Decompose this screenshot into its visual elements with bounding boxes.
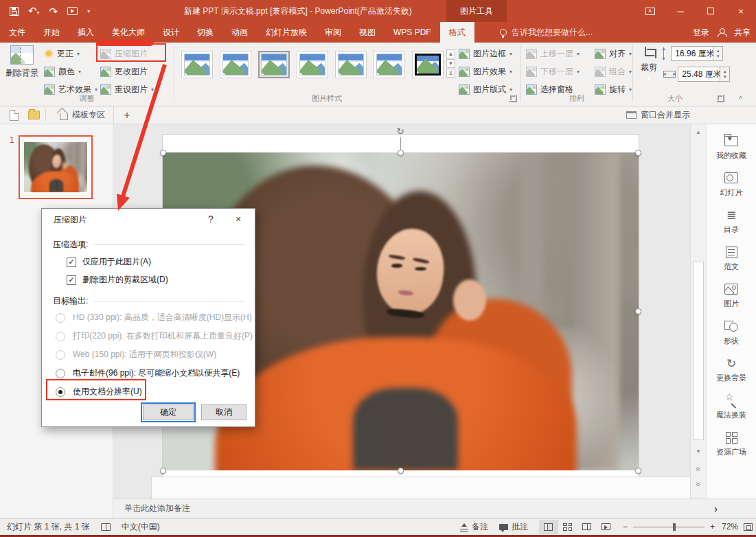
shape-width-field[interactable]: 25.48 厘米 ▲▼ <box>663 67 730 82</box>
checkbox-checked-icon[interactable]: ✓ <box>67 275 76 285</box>
zoom-percentage[interactable]: 72% <box>715 522 738 532</box>
picture-style-4[interactable] <box>297 51 328 78</box>
corrections-button[interactable]: 更正▾ <box>44 46 80 61</box>
send-backward-button[interactable]: 下移一层▾ <box>526 64 580 79</box>
normal-view-button[interactable] <box>539 520 558 534</box>
resize-handle-bottom-right[interactable] <box>635 468 641 474</box>
styles-scroll-up-button[interactable]: ▲ <box>446 49 455 58</box>
bring-forward-button[interactable]: 上移一层▾ <box>526 46 580 61</box>
align-button[interactable]: 对齐▾ <box>595 46 632 61</box>
qat-dropdown-icon[interactable]: ▾ <box>87 8 90 14</box>
resize-handle-bottom-center[interactable] <box>398 468 404 474</box>
shape-height-field[interactable]: 16.96 厘米 ▲▼ <box>663 46 723 61</box>
styles-more-button[interactable]: ⊻ <box>446 69 455 78</box>
fit-to-window-icon[interactable] <box>744 523 753 531</box>
resize-handle-top-right[interactable] <box>635 150 641 156</box>
styles-dialog-launcher[interactable] <box>509 95 517 102</box>
resize-handle-middle-right[interactable] <box>635 308 641 315</box>
minimize-button[interactable]: ─ <box>665 0 696 22</box>
scroll-down-button[interactable]: ▼ <box>693 446 704 457</box>
login-button[interactable]: 登录 <box>693 27 709 38</box>
sidebar-item-magic-outfit[interactable]: 魔法换装 <box>707 389 756 424</box>
next-slide-button[interactable]: » <box>693 479 704 490</box>
spellcheck-icon[interactable] <box>101 523 111 531</box>
sidebar-item-catalog[interactable]: ≣ 目录 <box>707 204 756 239</box>
save-icon[interactable] <box>10 7 19 16</box>
start-slideshow-icon[interactable] <box>67 7 78 15</box>
picture-style-2[interactable] <box>220 51 251 78</box>
styles-scroll-down-button[interactable]: ▼ <box>446 59 455 68</box>
checkbox-delete-cropped-areas[interactable]: ✓ 删除图片的剪裁区域(D) <box>67 274 168 286</box>
radio-icon[interactable] <box>56 369 65 378</box>
picture-style-6[interactable] <box>374 51 405 78</box>
checkbox-apply-only-this-picture[interactable]: ✓ 仅应用于此图片(A) <box>67 256 151 268</box>
notes-bar[interactable]: 单击此处添加备注 › <box>113 499 756 518</box>
crop-button[interactable]: 裁剪 ▾ <box>636 47 662 82</box>
comments-toggle-button[interactable]: 批注 <box>499 521 528 533</box>
collapse-ribbon-button[interactable]: ^ <box>739 95 742 103</box>
zoom-out-button[interactable]: − <box>623 522 628 532</box>
tab-animations[interactable]: 动画 <box>222 22 257 43</box>
size-dialog-launcher[interactable] <box>717 95 724 102</box>
tab-view[interactable]: 视图 <box>350 22 385 43</box>
sidebar-item-change-background[interactable]: ↻ 更换背景 <box>707 352 756 387</box>
resize-handle-bottom-left[interactable] <box>160 468 166 474</box>
width-stepper[interactable]: ▲▼ <box>720 67 730 82</box>
maximize-button[interactable] <box>696 0 726 22</box>
picture-style-1[interactable] <box>181 51 213 78</box>
new-tab-button[interactable]: + <box>114 108 140 122</box>
checkbox-checked-icon[interactable]: ✓ <box>67 258 76 267</box>
zoom-slider[interactable] <box>633 527 705 527</box>
template-zone-tab[interactable]: 模板专区 <box>51 106 114 124</box>
picture-border-button[interactable]: 图片边框▾ <box>459 46 512 61</box>
undo-button[interactable]: ↶▾ <box>28 5 40 16</box>
open-folder-icon[interactable] <box>28 111 40 119</box>
ribbon-display-options-button[interactable] <box>635 0 665 22</box>
scrollbar-thumb[interactable] <box>693 262 704 440</box>
height-stepper[interactable]: ▲▼ <box>713 46 723 61</box>
tab-slideshow[interactable]: 幻灯片放映 <box>257 22 316 43</box>
sidebar-item-favorites[interactable]: 我的收藏 <box>707 130 756 165</box>
picture-style-5[interactable] <box>335 51 367 78</box>
slide-1-thumbnail[interactable] <box>19 135 93 199</box>
redo-button[interactable]: ↷ <box>49 6 58 16</box>
dialog-close-button[interactable]: × <box>225 209 252 229</box>
close-button[interactable]: × <box>726 0 756 22</box>
picture-style-3-selected[interactable] <box>258 51 290 78</box>
slideshow-view-button[interactable] <box>597 520 616 534</box>
vertical-scrollbar[interactable]: ▲ ▼ « » <box>690 124 706 499</box>
tab-file[interactable]: 文件 <box>0 22 34 43</box>
notes-placeholder[interactable]: 单击此处添加备注 <box>113 503 190 514</box>
slide-sorter-view-button[interactable] <box>558 520 577 534</box>
dialog-help-button[interactable]: ? <box>197 209 225 229</box>
change-picture-button[interactable]: 更改图片 <box>100 64 148 79</box>
tab-review[interactable]: 审阅 <box>316 22 350 43</box>
picture-style-7[interactable] <box>412 51 444 78</box>
new-document-icon[interactable] <box>10 110 19 121</box>
sidebar-item-shapes[interactable]: 形状 <box>707 315 756 350</box>
resize-handle-top-left[interactable] <box>160 150 166 156</box>
sidebar-item-pictures[interactable]: 图片 <box>707 278 756 313</box>
tab-format[interactable]: 格式 <box>440 22 474 43</box>
tab-wps-pdf[interactable]: WPS PDF <box>385 22 440 43</box>
color-button[interactable]: 颜色▾ <box>44 64 81 79</box>
tab-transitions[interactable]: 切换 <box>188 22 222 43</box>
sidebar-item-resource-plaza[interactable]: 资源广场 <box>707 426 756 461</box>
notes-expand-icon[interactable]: › <box>714 503 718 514</box>
scroll-up-button[interactable]: ▲ <box>693 126 704 137</box>
zoom-slider-thumb[interactable] <box>673 523 676 531</box>
sidebar-item-sample-docs[interactable]: 范文 <box>707 241 756 276</box>
tab-design[interactable]: 设计 <box>154 22 188 43</box>
sidebar-item-slides[interactable]: 幻灯片 <box>707 167 756 202</box>
notes-toggle-button[interactable]: 备注 <box>460 521 488 533</box>
rotate-handle[interactable]: ↻ <box>394 125 406 137</box>
merge-windows-button[interactable]: 窗口合并显示 <box>626 109 690 121</box>
radio-email-96ppi[interactable]: 电子邮件(96 ppi): 尽可能缩小文档以便共享(E) <box>56 367 240 379</box>
group-button[interactable]: 组合▾ <box>595 64 632 79</box>
previous-slide-button[interactable]: « <box>693 464 704 475</box>
language-indicator[interactable]: 中文(中国) <box>122 521 160 533</box>
reading-view-button[interactable] <box>577 520 597 534</box>
tab-home[interactable]: 开始 <box>34 22 69 43</box>
picture-effects-button[interactable]: 图片效果▾ <box>459 64 512 79</box>
share-button[interactable]: 共享 <box>734 27 751 38</box>
